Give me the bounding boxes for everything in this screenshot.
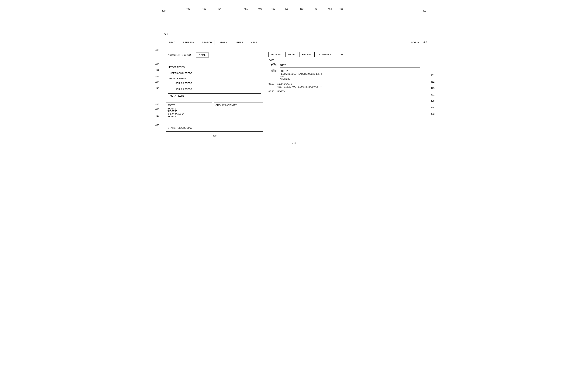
post-item-1: “POST 1”: [168, 107, 210, 110]
ref-462-r: 462: [431, 80, 434, 83]
post2-meta-2: TAG: [280, 75, 420, 78]
ref-463-r: 463: [431, 113, 434, 115]
read-button[interactable]: READ: [166, 40, 178, 45]
feed-entry-3: 06.00 META-POST 1 USER 2 READ AND RECOMM…: [269, 83, 420, 88]
ref-404: 404: [217, 8, 221, 10]
left-panel: 408 ADD USER TO GROUP NAME 410 411 412 4…: [166, 48, 263, 137]
posts-activity-row: 415 416 417 POSTS “POST 1” “POST 2” “MET…: [166, 102, 263, 121]
ref-417: 417: [155, 114, 159, 117]
ref-405: 405: [258, 8, 262, 10]
post1-title: POST 1: [280, 64, 288, 66]
post2-title: POST 2: [280, 70, 420, 72]
meta-post1-meta: USER 2 READ AND RECOMMENDED POST 4: [277, 86, 420, 88]
summary-button[interactable]: SUMMARY: [316, 52, 334, 57]
meta-feeds-item[interactable]: META-FEEDS: [168, 93, 261, 98]
recom-button[interactable]: RECOM.: [299, 52, 315, 57]
users-button[interactable]: USERS: [232, 40, 246, 45]
tag-button[interactable]: TAG: [335, 52, 346, 57]
feed-entry-4: 05.30 POST 4: [269, 90, 420, 93]
user2-feeds-item[interactable]: USER 2'S FEEDS: [172, 81, 261, 86]
ref-408: 408: [155, 49, 159, 51]
date-label: DATE: [269, 59, 420, 62]
user3-feeds-item[interactable]: USER 3'S FEEDS: [172, 87, 261, 92]
ref-403: 403: [202, 8, 206, 10]
feeds-title: LIST OF FEEDS: [168, 66, 261, 69]
ref-453: 453: [300, 8, 303, 10]
add-user-box: ADD USER TO GROUP NAME: [166, 50, 263, 60]
statistics-box: STATISTICS GROUP X: [166, 125, 263, 132]
ref-430: 430: [155, 124, 159, 127]
feed-time-4: 05.30: [269, 90, 275, 93]
expand-button[interactable]: EXPAND: [269, 52, 284, 57]
feed-entry-2: 462 07.00 POST 2 RECOMMENDED READERS: US…: [269, 70, 420, 80]
ref-452: 452: [271, 8, 275, 10]
group-x-label: GROUP X FEEDS: [168, 77, 261, 80]
diagram-container: 400 402 403 404 451 405 452 406 453 407 …: [162, 8, 426, 145]
ref-461-r: 461: [431, 74, 434, 77]
ref-450: 450: [424, 41, 427, 44]
activity-box: GROUP X ACTIVITY: [214, 102, 263, 121]
ref-451: 451: [244, 8, 248, 10]
search-button[interactable]: SEARCH: [199, 40, 215, 45]
main-content: 408 ADD USER TO GROUP NAME 410 411 412 4…: [166, 48, 422, 137]
ref-415: 415: [155, 103, 159, 106]
help-button[interactable]: HELP: [248, 40, 260, 45]
ref-471-r: 471: [431, 93, 434, 96]
ref-420: 420: [166, 134, 263, 137]
post-item-3: “META-POST 1”: [168, 113, 210, 115]
ref-413: 413: [155, 81, 159, 83]
feed-time-3: 06.00: [269, 83, 275, 85]
read-sub-button[interactable]: READ: [286, 52, 298, 57]
post4-title: POST 4: [277, 90, 420, 93]
ref-407: 407: [315, 8, 318, 10]
ref-473-r: 473: [431, 87, 434, 90]
toolbar: READ REFRESH SEARCH ADMIN USERS HELP LOG…: [166, 40, 422, 45]
ref-462: 462: [271, 69, 275, 71]
feed-entry-1: 461 11.35 POST 1: [269, 64, 420, 67]
add-user-label: ADD USER TO GROUP: [168, 54, 192, 56]
ref-416: 416: [155, 108, 159, 111]
users-own-feeds-item[interactable]: USERS OWN FEEDS: [168, 71, 261, 76]
post-item-2: “POST 2”: [168, 110, 210, 113]
ref-410: 410: [155, 63, 159, 66]
toolbar-right: LOG IN: [408, 40, 422, 45]
statistics-label: STATISTICS GROUP X: [168, 127, 192, 129]
ref-401: 401: [423, 9, 426, 12]
ref-406: 406: [285, 8, 288, 10]
post-item-4: “POST 3”: [168, 115, 210, 118]
gui-box: GUI READ REFRESH SEARCH ADMIN USERS HELP…: [162, 36, 426, 141]
meta-post1-title: META-POST 1: [277, 83, 420, 85]
ref-474-r: 474: [431, 106, 434, 109]
sub-toolbar: EXPAND READ RECOM. SUMMARY TAG: [269, 52, 420, 57]
post2-meta-1: RECOMMENDED READERS: USERS 1, 3, 4: [280, 73, 420, 75]
ref-420-bottom: 420: [162, 142, 426, 145]
ref-400: 400: [162, 9, 165, 12]
add-user-name-button[interactable]: NAME: [196, 53, 209, 57]
feed-content-3: META-POST 1 USER 2 READ AND RECOMMENDED …: [277, 83, 420, 88]
feed-content-1: POST 1: [280, 64, 420, 67]
refresh-button[interactable]: REFRESH: [180, 40, 197, 45]
activity-title: GROUP X ACTIVITY: [216, 104, 262, 107]
feed-content-4: POST 4: [277, 90, 420, 93]
post2-meta-3: SUMMARY: [280, 78, 420, 80]
admin-button[interactable]: ADMIN: [217, 40, 230, 45]
ref-411: 411: [155, 69, 159, 71]
ref-402: 402: [186, 8, 190, 10]
feed-entries: 461 11.35 POST 1 462 07.00: [269, 64, 420, 93]
ref-454: 454: [328, 8, 332, 10]
ref-461: 461: [271, 63, 275, 66]
posts-title: POSTS: [168, 104, 210, 107]
gui-label: GUI: [164, 33, 168, 36]
feed-content-2: POST 2 RECOMMENDED READERS: USERS 1, 3, …: [280, 70, 420, 80]
group-x-section: GROUP X FEEDS USER 2'S FEEDS USER 3'S FE…: [168, 77, 261, 92]
ref-455: 455: [339, 8, 343, 10]
ref-414: 414: [155, 87, 159, 89]
login-button[interactable]: LOG IN: [408, 40, 422, 45]
ref-412: 412: [155, 75, 159, 78]
posts-box: POSTS “POST 1” “POST 2” “META-POST 1” “P…: [166, 102, 212, 121]
right-panel: 450 EXPAND READ RECOM. SUMMARY TAG DATE: [266, 48, 422, 137]
ref-472-r: 472: [431, 100, 434, 102]
feeds-box: LIST OF FEEDS USERS OWN FEEDS GROUP X FE…: [166, 64, 263, 100]
